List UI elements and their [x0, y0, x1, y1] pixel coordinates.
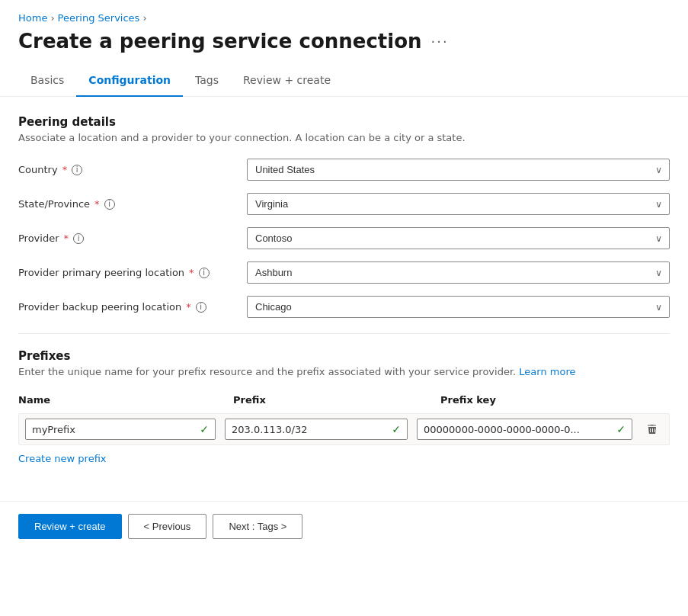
review-create-button[interactable]: Review + create	[18, 514, 122, 539]
next-button[interactable]: Next : Tags >	[213, 514, 302, 539]
tab-review-create[interactable]: Review + create	[231, 65, 343, 97]
country-info-icon[interactable]: i	[72, 165, 82, 175]
learn-more-link[interactable]: Learn more	[519, 366, 575, 377]
backup-location-select-wrapper: Chicago	[247, 296, 670, 318]
provider-info-icon[interactable]: i	[73, 233, 84, 244]
previous-button[interactable]: < Previous	[128, 514, 207, 539]
content-area: Peering details Associate a location and…	[0, 97, 688, 483]
provider-select[interactable]: Contoso	[247, 227, 670, 249]
tab-configuration[interactable]: Configuration	[76, 65, 183, 97]
col-name-header: Name	[18, 394, 224, 406]
backup-location-required: *	[186, 301, 191, 313]
tab-tags[interactable]: Tags	[183, 65, 231, 97]
state-required: *	[94, 198, 100, 210]
prefix-value: 203.0.113.0/32	[232, 424, 308, 435]
breadcrumb: Home › Peering Services ›	[0, 0, 688, 30]
page-title: Create a peering service connection	[18, 30, 422, 53]
primary-location-required: *	[189, 267, 194, 278]
primary-location-row: Provider primary peering location * i As…	[18, 261, 670, 284]
page-header: Create a peering service connection ···	[0, 30, 688, 65]
prefix-table-header: Name Prefix Prefix key	[18, 390, 670, 410]
tab-basics[interactable]: Basics	[18, 65, 76, 97]
country-select[interactable]: United States	[247, 159, 670, 181]
primary-location-info-icon[interactable]: i	[199, 268, 210, 278]
state-info-icon[interactable]: i	[104, 199, 115, 210]
name-value: myPrefix	[32, 424, 75, 435]
name-check-icon: ✓	[200, 423, 209, 435]
backup-location-info-icon[interactable]: i	[196, 302, 206, 313]
country-required: *	[62, 164, 68, 175]
state-label: State/Province * i	[18, 198, 247, 210]
state-select[interactable]: Virginia	[247, 193, 670, 215]
tabs-bar: Basics Configuration Tags Review + creat…	[0, 65, 688, 97]
primary-location-control: Ashburn	[247, 261, 670, 284]
breadcrumb-peering-services[interactable]: Peering Services	[58, 12, 140, 24]
section-divider	[18, 333, 670, 334]
primary-location-select[interactable]: Ashburn	[247, 261, 670, 284]
col-key-header: Prefix key	[440, 394, 670, 406]
prefix-input-field[interactable]: 203.0.113.0/32 ✓	[225, 419, 408, 440]
delete-prefix-button[interactable]	[642, 419, 663, 440]
provider-control: Contoso	[247, 227, 670, 249]
breadcrumb-sep1: ›	[50, 12, 54, 24]
provider-select-wrapper: Contoso	[247, 227, 670, 249]
more-options-icon[interactable]: ···	[431, 34, 449, 50]
prefixes-title: Prefixes	[18, 349, 670, 363]
key-check-icon: ✓	[616, 423, 626, 435]
name-input-field[interactable]: myPrefix ✓	[25, 419, 216, 440]
country-row: Country * i United States	[18, 159, 670, 181]
prefix-check-icon: ✓	[392, 423, 401, 435]
prefix-key-field[interactable]: 00000000-0000-0000-0000-0... ✓	[417, 419, 632, 440]
breadcrumb-sep2: ›	[142, 12, 146, 24]
footer-buttons: Review + create < Previous Next : Tags >	[0, 502, 688, 551]
state-row: State/Province * i Virginia	[18, 193, 670, 215]
backup-location-select[interactable]: Chicago	[247, 296, 670, 318]
peering-details-section: Peering details Associate a location and…	[18, 115, 670, 143]
prefixes-section: Prefixes Enter the unique name for your …	[18, 333, 670, 464]
peering-details-title: Peering details	[18, 115, 670, 129]
provider-row: Provider * i Contoso	[18, 227, 670, 249]
backup-location-label: Provider backup peering location * i	[18, 301, 247, 313]
state-control: Virginia	[247, 193, 670, 215]
prefix-row: myPrefix ✓ 203.0.113.0/32 ✓ 00000000-000…	[18, 413, 670, 445]
create-new-prefix-link[interactable]: Create new prefix	[18, 453, 107, 464]
state-select-wrapper: Virginia	[247, 193, 670, 215]
primary-location-select-wrapper: Ashburn	[247, 261, 670, 284]
breadcrumb-home[interactable]: Home	[18, 12, 47, 24]
backup-location-control: Chicago	[247, 296, 670, 318]
country-select-wrapper: United States	[247, 159, 670, 181]
backup-location-row: Provider backup peering location * i Chi…	[18, 296, 670, 318]
provider-required: *	[64, 233, 69, 244]
peering-details-desc: Associate a location and a provider to y…	[18, 132, 670, 143]
prefixes-desc: Enter the unique name for your prefix re…	[18, 366, 670, 377]
primary-location-label: Provider primary peering location * i	[18, 267, 247, 278]
col-prefix-header: Prefix	[233, 394, 431, 406]
key-value: 00000000-0000-0000-0000-0...	[424, 424, 613, 435]
country-label: Country * i	[18, 164, 247, 175]
provider-label: Provider * i	[18, 233, 247, 244]
country-control: United States	[247, 159, 670, 181]
